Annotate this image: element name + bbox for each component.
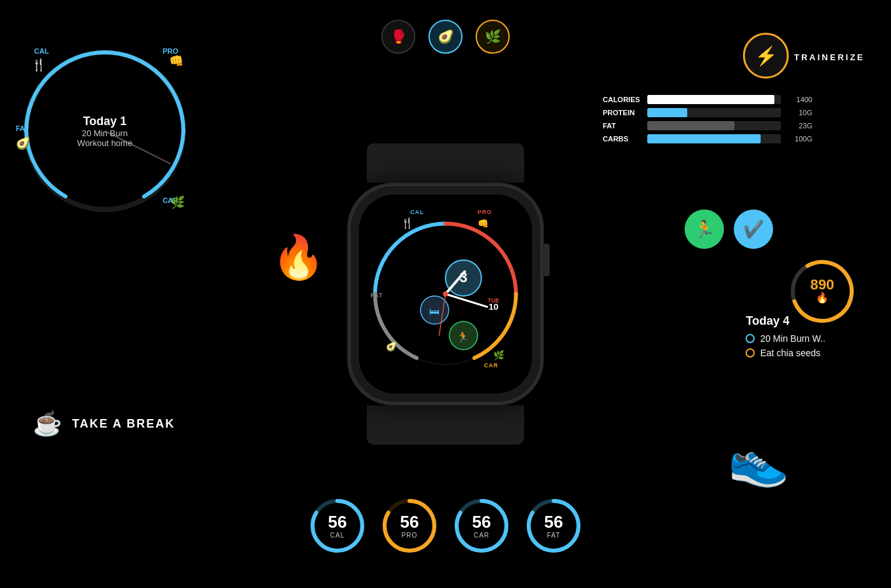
stat-car: 56 CAR — [452, 496, 511, 555]
take-break-label: TAKE A BREAK — [72, 417, 175, 431]
carbs-bar-bg — [647, 134, 781, 143]
run-activity-icon[interactable]: 🏃 — [685, 210, 724, 249]
carbs-label: CARBS — [603, 135, 642, 143]
protein-bar-bg — [647, 108, 781, 117]
svg-text:PRO: PRO — [478, 209, 492, 215]
check-activity-icon[interactable]: ✔️ — [734, 210, 773, 249]
svg-text:🌿: 🌿 — [493, 350, 505, 361]
svg-text:👊: 👊 — [478, 218, 489, 229]
today4-dot-gold — [746, 348, 755, 358]
stat-car-ring — [452, 496, 511, 555]
take-break-section: ☕ TAKE A BREAK — [33, 410, 175, 437]
tracker-fat-label: FAT — [16, 124, 29, 132]
fat-value: 23G — [786, 122, 812, 130]
boxing-icon[interactable]: 🥊 — [381, 20, 415, 54]
calories-bar-bg — [647, 95, 781, 104]
calories-label: CALORIES — [603, 96, 642, 103]
svg-text:10: 10 — [489, 302, 499, 312]
trainerize-panel: ⚡ TRAINERIZE — [743, 33, 865, 82]
protein-label: PROTEIN — [603, 109, 642, 117]
watch-band-bottom — [367, 405, 524, 445]
today-label: Today 1 — [77, 115, 132, 128]
stat-pro: 56 PRO — [380, 496, 439, 555]
fist-icon: 👊 — [169, 54, 183, 68]
avocado-icon[interactable]: 🥑 — [428, 20, 463, 54]
svg-text:🥑: 🥑 — [386, 341, 398, 352]
circular-tracker: CAL PRO FAT CAR 🍴 👊 🥑 🌿 Today 1 20 Min B… — [13, 39, 197, 223]
top-icon-bar: 🥊 🥑 🌿 — [381, 20, 510, 54]
shoe-icon: 👟 — [728, 432, 789, 490]
carbs-value: 100G — [786, 135, 812, 143]
today4-title: Today 4 — [746, 314, 825, 328]
svg-text:🔥: 🔥 — [816, 291, 829, 304]
tracker-center: Today 1 20 Min Burn Workout home — [77, 115, 132, 148]
today4-item-2-label: Eat chia seeds — [760, 348, 820, 358]
svg-text:FAT: FAT — [371, 292, 383, 299]
workout-location: Workout home — [77, 138, 132, 148]
nutrition-panel: CALORIES 1400 PROTEIN 10G FAT 23G CARBS … — [603, 95, 812, 147]
today4-dot-blue — [746, 334, 755, 343]
protein-row: PROTEIN 10G — [603, 108, 812, 117]
watch-container: CAL PRO FAT CAR 🍴 👊 🥑 🌿 3 — [347, 150, 544, 438]
calories-row: CALORIES 1400 — [603, 95, 812, 104]
fork-icon: 🍴 — [31, 58, 46, 72]
watch-crown — [543, 244, 550, 276]
stat-fat: 56 FAT — [524, 496, 583, 555]
svg-text:🏃: 🏃 — [457, 331, 470, 343]
trainerize-label: TRAINERIZE — [794, 52, 865, 62]
today4-item-1: 20 Min Burn W.. — [746, 333, 825, 344]
svg-text:🛏: 🛏 — [429, 306, 440, 317]
tracker-cal-label: CAL — [34, 47, 49, 55]
fat-row: FAT 23G — [603, 121, 812, 130]
protein-value: 10G — [786, 109, 812, 117]
fat-label: FAT — [603, 122, 642, 130]
fat-bar-bg — [647, 121, 781, 130]
trainerize-logo: ⚡ — [743, 33, 789, 79]
stat-fat-ring — [524, 496, 583, 555]
svg-point-23 — [443, 291, 448, 297]
left-panel: CAL PRO FAT CAR 🍴 👊 🥑 🌿 Today 1 20 Min B… — [13, 39, 197, 223]
carbs-bar-fill — [647, 134, 761, 143]
svg-text:🍴: 🍴 — [401, 217, 414, 229]
stat-pro-ring — [380, 496, 439, 555]
leaf-left-icon: 🌿 — [170, 195, 185, 210]
protein-bar-fill — [647, 108, 687, 117]
calories-bar-fill — [647, 95, 774, 104]
fat-bar-fill — [647, 121, 734, 130]
calories-value: 1400 — [786, 96, 812, 103]
avocado-left-icon: 🥑 — [16, 136, 30, 151]
watch-screen: CAL PRO FAT CAR 🍴 👊 🥑 🌿 3 — [359, 194, 532, 394]
activity-icons: 🏃 ✔️ — [685, 210, 773, 249]
today4-item-2: Eat chia seeds — [746, 348, 825, 358]
svg-text:890: 890 — [810, 276, 835, 293]
watch-face: CAL PRO FAT CAR 🍴 👊 🥑 🌿 3 — [359, 194, 532, 394]
leaf-icon[interactable]: 🌿 — [476, 20, 510, 54]
today4-item-1-label: 20 Min Burn W.. — [760, 333, 825, 344]
workout-name: 20 Min Burn — [77, 128, 132, 138]
today-panel: Today 4 20 Min Burn W.. Eat chia seeds — [746, 314, 825, 362]
svg-text:CAR: CAR — [484, 362, 499, 369]
watch-body: CAL PRO FAT CAR 🍴 👊 🥑 🌿 3 — [347, 183, 544, 405]
bottom-stats: 56 CAL 56 PRO 56 CAR 56 FAT — [308, 496, 583, 555]
stat-cal-ring — [308, 496, 367, 555]
stat-cal: 56 CAL — [308, 496, 367, 555]
svg-text:CAL: CAL — [410, 209, 424, 215]
watch-face-svg: CAL PRO FAT CAR 🍴 👊 🥑 🌿 3 — [359, 194, 532, 394]
carbs-row: CARBS 100G — [603, 134, 812, 143]
watch-band-top — [367, 143, 524, 183]
coffee-icon: ☕ — [33, 410, 62, 437]
flame-left-icon: 🔥 — [272, 232, 325, 282]
